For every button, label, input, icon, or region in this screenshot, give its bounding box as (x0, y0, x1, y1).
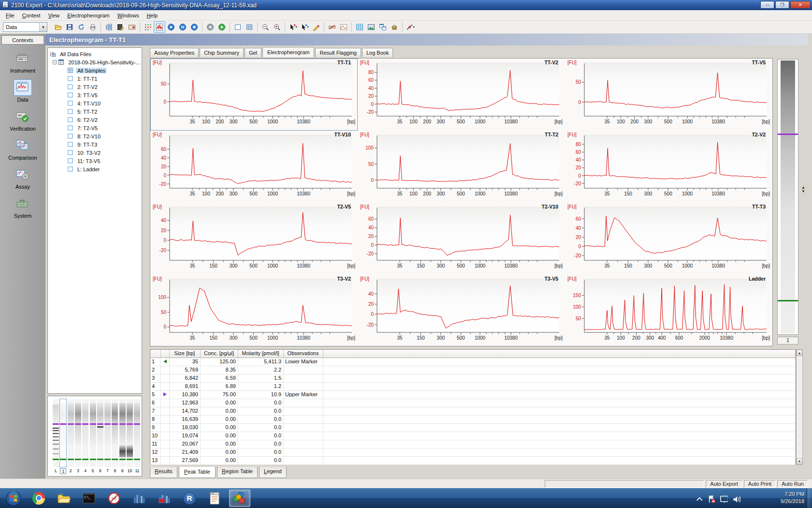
table-row-12[interactable]: 1221,4090.000.0 (150, 448, 796, 457)
save-icon[interactable] (64, 21, 75, 33)
sidebar-item-system[interactable]: System (0, 195, 45, 219)
checkbox-icon[interactable] (67, 117, 74, 123)
dot-grid-icon[interactable] (142, 21, 154, 33)
basket-icon[interactable] (389, 21, 400, 33)
table-row-1[interactable]: 135125.005,411.3Lower Marker (150, 358, 796, 366)
checkbox-icon[interactable] (67, 125, 74, 132)
single-view-icon[interactable] (232, 21, 244, 33)
tree-item-5-tt-t2[interactable]: 5: TT-T2 (48, 107, 142, 116)
tree-item-8-t2-v10[interactable]: 8: T2-V10 (48, 132, 142, 140)
splitter-arrows[interactable]: ▲▼ (800, 186, 806, 194)
gel-lane-label-11[interactable]: 11 (134, 468, 140, 473)
maximize-button[interactable]: ❐ (775, 1, 789, 9)
tab-electropherogram[interactable]: Electropherogram (262, 47, 314, 57)
checkbox-icon[interactable] (67, 75, 74, 82)
show-desktop-button[interactable] (807, 488, 812, 508)
tray-display-icon[interactable] (719, 494, 728, 503)
table-grid-icon[interactable] (354, 21, 365, 33)
table-row-3[interactable]: 36,8426.591.5 (150, 374, 796, 383)
gel-lane-label-9[interactable]: 9 (119, 468, 126, 473)
table-scrollbar[interactable]: ▲ ▼ (796, 349, 803, 465)
column-header-1[interactable] (161, 350, 170, 358)
chart-tt-v5[interactable]: 05035100200300500100010380[FU][bp]TT-V5 (565, 59, 772, 131)
table-row-9[interactable]: 918,0300.000.0 (150, 424, 796, 432)
table-row-13[interactable]: 1327,5690.000.0 (150, 457, 796, 465)
gel-lane-label-1[interactable]: 1 (60, 468, 66, 474)
table-row-7[interactable]: 714,7020.000.0 (150, 407, 796, 416)
tab-log-book[interactable]: Log Book (362, 48, 393, 57)
context-selector[interactable]: Data ▼ (3, 22, 47, 32)
taskbar-chrome-icon[interactable] (28, 490, 49, 507)
stop-icon[interactable] (188, 21, 200, 33)
table-row-4[interactable]: 48,6916.891.2 (150, 383, 796, 391)
gel-lane-3[interactable] (75, 399, 81, 467)
open-file-icon[interactable] (52, 21, 64, 33)
chart-t3-v2[interactable]: 05010035150300500100010380[FU][bp]T3-V2 (150, 275, 358, 347)
chart-t2-v5[interactable]: -200204035150300500100010380[FU][bp]T2-V… (150, 203, 358, 275)
tree-view-icon[interactable] (103, 21, 115, 33)
revert-icon[interactable] (75, 21, 87, 33)
expander-icon[interactable]: − (53, 60, 57, 64)
checkbox-icon[interactable] (67, 92, 74, 99)
tree-item-7-t2-v5[interactable]: 7: T2-V5 (48, 124, 142, 132)
tree-item-all-samples[interactable]: All Samples (48, 66, 142, 75)
taskbar-expert-chips-icon[interactable] (229, 490, 250, 507)
minimize-button[interactable]: — (760, 1, 774, 9)
gel-lane-8[interactable] (112, 399, 118, 467)
tree-item-3-tt-v5[interactable]: 3: TT-V5 (48, 91, 142, 99)
gel-lane-9[interactable] (119, 399, 126, 467)
taskbar-clock[interactable]: 7:20 PM 9/26/2018 (781, 491, 804, 505)
tray-chevron-up-icon[interactable] (694, 494, 703, 503)
sidebar-item-assay[interactable]: Assay (0, 166, 45, 190)
menu-help[interactable]: Help (143, 11, 161, 20)
gel-lane-10[interactable] (127, 399, 133, 467)
taskbar-snip-icon[interactable]: ✂ (103, 490, 125, 507)
tab-results[interactable]: Results (150, 467, 177, 478)
zoom-in-icon[interactable] (271, 21, 283, 33)
tree-item-2-tt-v2[interactable]: 2: TT-V2 (48, 83, 142, 91)
chart-t2-v2[interactable]: -2002040608035150300500100010380[FU][bp]… (565, 131, 772, 203)
column-header-Molarity [pmol/l][interactable]: Molarity [pmol/l] (238, 350, 284, 358)
checkbox-icon[interactable] (67, 108, 74, 115)
tree-item-data-file[interactable]: −2018-09-26-High-Sensitivity-... (48, 58, 142, 66)
column-header-0[interactable] (150, 350, 161, 358)
gel-lane-label-10[interactable]: 10 (127, 468, 133, 473)
gel-lane-label-4[interactable]: 4 (82, 468, 88, 473)
checkbox-icon[interactable] (67, 166, 74, 173)
scroll-down-icon[interactable]: ▼ (797, 458, 802, 464)
menu-electropherogram[interactable]: Electropherogram (63, 11, 113, 20)
sidebar-item-instrument[interactable]: Instrument (0, 50, 45, 74)
menu-windows[interactable]: Windows (114, 11, 143, 20)
chart-tt-t1[interactable]: 05035100200300500100010380[FU][bp]TT-T1 (150, 59, 358, 131)
tree-item-all-data-files[interactable]: All Data Files (48, 50, 142, 58)
tab-result-flagging[interactable]: Result Flagging (315, 48, 361, 57)
chart-ladder[interactable]: 5010015035100200300400600200010380[FU][b… (565, 275, 772, 347)
gel-lane-l[interactable] (53, 399, 59, 467)
gel-lane-4[interactable] (82, 399, 88, 467)
taskbar-doc-icon[interactable] (204, 490, 225, 507)
chart-t2-v10[interactable]: -20020406035150300500100010380[FU][bp]T2… (358, 203, 565, 275)
edit-note-icon[interactable] (115, 21, 126, 33)
sidebar-item-comparison[interactable]: Comparison (0, 137, 45, 161)
pause-icon[interactable] (177, 21, 188, 33)
table-row-5[interactable]: 510,38075.0010.9Upper Marker (150, 391, 796, 399)
tree-item-6-t2-v2[interactable]: 6: T2-V2 (48, 116, 142, 124)
column-header-Size [bp][interactable]: Size [bp] (170, 350, 201, 358)
chart-tt-t2[interactable]: 05010035100200300500100010380[FU][bp]TT-… (358, 131, 565, 203)
tab-gel[interactable]: Gel (245, 48, 261, 57)
chart-tt-t3[interactable]: -20020406035150300500100010380[FU][bp]TT… (565, 203, 772, 275)
tree-item-10-t3-v2[interactable]: 10: T3-V2 (48, 149, 142, 157)
tab-chip-summary[interactable]: Chip Summary (200, 48, 244, 57)
table-row-8[interactable]: 816,6390.000.0 (150, 416, 796, 424)
grid-view-icon[interactable] (244, 21, 255, 33)
tab-assay-properties[interactable]: Assay Properties (150, 48, 199, 57)
tree-item-11-t3-v5[interactable]: 11: T3-V5 (48, 157, 142, 165)
chart-tt-v2[interactable]: -2002040608035100200300500100010380[FU][… (358, 59, 565, 131)
gel-lane-label-2[interactable]: 2 (68, 468, 74, 473)
gel-lane-label-7[interactable]: 7 (104, 468, 111, 473)
taskbar-r-logo-icon[interactable]: R (179, 490, 200, 507)
slide-view-icon[interactable] (126, 21, 138, 33)
forward-icon[interactable] (216, 21, 228, 33)
checkbox-icon[interactable] (67, 133, 74, 140)
electropherogram-view-icon[interactable] (154, 21, 165, 33)
